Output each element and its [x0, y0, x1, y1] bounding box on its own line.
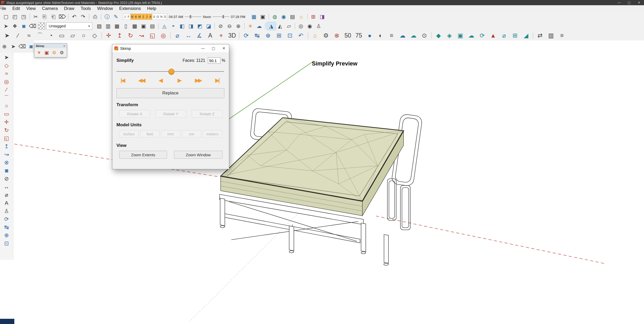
zoom-window-button[interactable]: Zoom Window	[174, 151, 222, 159]
cycle-icon[interactable]: ⟳	[477, 31, 488, 40]
back-view-icon[interactable]: ◩	[195, 22, 204, 30]
skimp-settings-icon[interactable]: ⚙	[58, 49, 65, 56]
model-info-icon[interactable]: ⓘ	[103, 13, 112, 21]
back-edges-icon[interactable]: ▥	[104, 22, 113, 30]
shadows-toggle-icon[interactable]: ▦	[250, 13, 258, 21]
cloud-upload-icon[interactable]: ☁	[408, 31, 419, 40]
menu-draw[interactable]: Draw	[61, 6, 78, 11]
skimp-toolbar-close-icon[interactable]: ✕	[63, 45, 65, 47]
follow-me-icon[interactable]: ↝	[136, 31, 147, 40]
freehand-icon[interactable]: ≈	[23, 31, 34, 40]
menu-view[interactable]: View	[23, 6, 39, 11]
stack-icon[interactable]: ▣	[455, 31, 466, 40]
circle-icon[interactable]: ○	[1, 102, 12, 110]
push-pull-icon[interactable]: ↥	[114, 31, 125, 40]
send-to-layout-icon[interactable]: ⊞	[309, 13, 318, 21]
skip-to-start-button[interactable]: |◀	[116, 77, 129, 83]
rotate-icon[interactable]: ↻	[1, 126, 12, 134]
percent-input[interactable]	[208, 57, 220, 64]
folder-icon[interactable]: ⌂	[309, 31, 320, 40]
shadow-time-slider[interactable]	[185, 16, 201, 17]
offset-icon[interactable]: ◎	[158, 31, 169, 40]
iso-view-icon[interactable]: ◬	[160, 22, 169, 30]
menu-tools[interactable]: Tools	[77, 6, 94, 11]
shaded-textures-icon[interactable]: ▣	[139, 22, 148, 30]
copy-icon[interactable]: ⎘	[40, 13, 49, 21]
shadow-date-slider[interactable]: JFMAMJJASOND	[123, 14, 167, 20]
perspective-icon[interactable]: ◮	[267, 22, 276, 30]
zoom-icon[interactable]: ⊕	[263, 31, 274, 40]
photo-texture-icon[interactable]: ▤	[288, 13, 297, 21]
look-around-icon[interactable]: ◉	[305, 22, 314, 30]
skimp-gears-icon[interactable]: ⚙	[51, 49, 58, 56]
slider-handle[interactable]	[168, 69, 175, 75]
report-icon[interactable]: ▥	[546, 31, 556, 40]
pie-icon[interactable]: ◔	[45, 31, 56, 40]
arc-icon[interactable]: ⌒	[1, 94, 12, 102]
drop-icon[interactable]: ●	[364, 31, 375, 40]
offset-icon[interactable]: ◎	[1, 77, 12, 86]
line-icon[interactable]: ∕	[1, 86, 12, 94]
slope-icon[interactable]: ◢	[521, 31, 531, 40]
move-icon[interactable]: ✛	[103, 31, 114, 40]
grid-box-icon[interactable]: ⊞	[510, 31, 521, 40]
tape-measure-icon[interactable]: ⌀	[172, 31, 183, 40]
pan-icon[interactable]: ↹	[1, 223, 12, 231]
walk-icon[interactable]: ♙	[1, 207, 12, 215]
eraser-tool-icon[interactable]: ⌫	[18, 43, 27, 50]
reduce-50-icon[interactable]: 50	[342, 31, 353, 40]
fast-forward-button[interactable]: ▶▶	[192, 77, 205, 83]
paint-bucket-icon[interactable]: ◙	[1, 166, 12, 175]
dialog-minimize-button[interactable]: —	[198, 44, 208, 52]
dialog-close-button[interactable]: ✕	[219, 44, 229, 52]
simplify-slider[interactable]	[116, 69, 224, 74]
play-button[interactable]: ▶	[173, 77, 186, 83]
axes-icon[interactable]: ⌖	[216, 31, 227, 40]
walk-icon[interactable]: ♙	[314, 22, 323, 30]
add-location-icon[interactable]: ◍	[270, 13, 279, 21]
replace-button[interactable]: Replace	[116, 88, 224, 98]
rectangle-icon[interactable]: ▭	[1, 110, 12, 118]
section-fill-icon[interactable]: ⊕	[234, 22, 243, 30]
rectangle-icon[interactable]: ▭	[56, 31, 67, 40]
marker-icon[interactable]: ▲	[488, 31, 499, 40]
paint-icon[interactable]: ✎	[112, 13, 120, 21]
intersect-icon[interactable]: ⊗	[1, 158, 12, 166]
zoom-extents-button[interactable]: Zoom Extents	[119, 151, 167, 159]
contrast-icon[interactable]: ◐	[375, 31, 386, 40]
paint-bucket-icon[interactable]: ◙	[19, 22, 28, 30]
print-icon[interactable]: ⎙	[91, 13, 100, 21]
top-view-icon[interactable]: ◓	[169, 22, 178, 30]
parallel-projection-icon[interactable]: ▱	[284, 22, 293, 30]
skimp-toolbar-titlebar[interactable]: Skimp ✕	[34, 44, 67, 48]
select-tool-icon[interactable]: ➤	[9, 43, 18, 50]
arc-icon[interactable]: ⌒	[34, 31, 45, 40]
new-document-icon[interactable]: ▢	[2, 13, 10, 21]
menu-file[interactable]: File	[0, 6, 9, 11]
wireframe-icon[interactable]: ▦	[113, 22, 121, 30]
push-pull-icon[interactable]: ↥	[1, 142, 12, 150]
zoom-tool-icon[interactable]: ⊕	[0, 43, 9, 50]
monochrome-icon[interactable]: ▤	[148, 22, 157, 30]
left-view-icon[interactable]: ◪	[204, 22, 213, 30]
cloud-sync-icon[interactable]: ☁	[466, 31, 477, 40]
dimension-icon[interactable]: ↔	[183, 31, 194, 40]
fast-rewind-button[interactable]: ◀◀	[135, 77, 148, 83]
zoom-icon[interactable]: ⊕	[1, 231, 12, 239]
dialog-titlebar[interactable]: Skimp —▢✕	[112, 44, 229, 52]
feedback-bubble-icon[interactable]: ▣	[258, 13, 267, 21]
cloud-download-icon[interactable]: ☁	[397, 31, 408, 40]
eraser-icon[interactable]: ⌫	[28, 22, 37, 30]
polygon-tool-icon[interactable]: ◇	[1, 61, 12, 69]
orbit-icon[interactable]: ⟳	[1, 215, 12, 223]
front-view-icon[interactable]: ◧	[178, 22, 187, 30]
follow-me-icon[interactable]: ↝	[1, 150, 12, 158]
layers-icon[interactable]: ≡	[386, 31, 397, 40]
hidden-line-icon[interactable]: ▯	[121, 22, 130, 30]
section-plane-icon[interactable]: ⊘	[216, 22, 225, 30]
list-icon[interactable]: ≡	[556, 31, 567, 40]
circle-icon[interactable]: ○	[78, 31, 89, 40]
scale-icon[interactable]: ◱	[1, 134, 12, 142]
shadows-icon[interactable]: ☀	[246, 22, 255, 30]
step-back-button[interactable]: ◀	[154, 77, 167, 83]
